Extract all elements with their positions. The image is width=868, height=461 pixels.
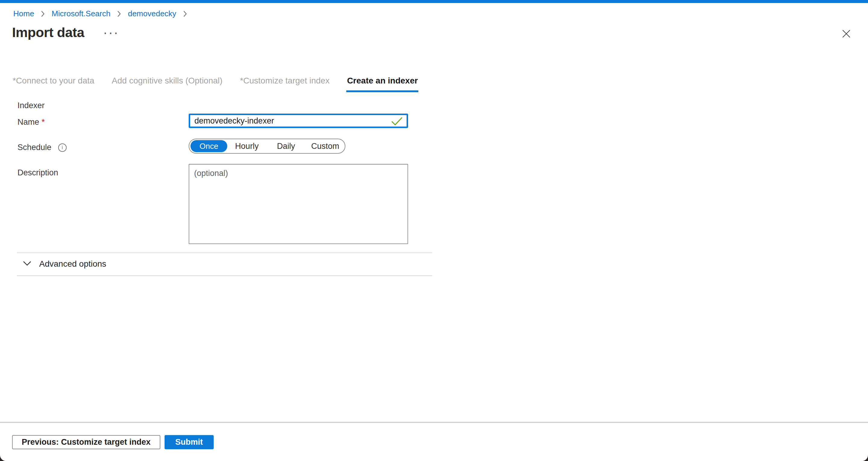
window-corner [862, 455, 868, 461]
chevron-right-icon [41, 10, 45, 17]
advanced-options-expander[interactable]: Advanced options [23, 259, 106, 269]
divider [17, 252, 432, 253]
required-asterisk: * [41, 118, 45, 127]
chevron-right-icon [117, 10, 121, 17]
window-corner [0, 455, 6, 461]
footer-buttons: Previous: Customize target index Submit [12, 435, 214, 449]
chevron-down-icon [23, 261, 31, 267]
info-icon[interactable]: i [58, 144, 67, 152]
wizard-tabs: *Connect to your data Add cognitive skil… [12, 76, 418, 92]
tab-connect-to-your-data[interactable]: *Connect to your data [12, 76, 95, 92]
tab-add-cognitive-skills[interactable]: Add cognitive skills (Optional) [111, 76, 223, 92]
breadcrumb-link-microsoft-search[interactable]: Microsoft.Search [52, 9, 110, 19]
description-textarea[interactable] [189, 164, 408, 244]
schedule-option-custom[interactable]: Custom [306, 142, 345, 151]
schedule-option-hourly[interactable]: Hourly [227, 142, 267, 151]
schedule-field-label: Schedule i [18, 143, 67, 152]
chevron-right-icon [183, 10, 187, 17]
validation-check-icon [391, 116, 403, 127]
close-icon[interactable] [841, 29, 851, 38]
name-field-label: Name* [18, 118, 45, 127]
more-options-icon[interactable]: ··· [103, 26, 119, 39]
breadcrumb-link-home[interactable]: Home [13, 9, 34, 19]
divider [17, 275, 432, 276]
advanced-options-label: Advanced options [39, 259, 106, 269]
breadcrumb-link-demovedecky[interactable]: demovedecky [128, 9, 176, 19]
azure-top-accent-bar [0, 0, 868, 3]
tab-create-an-indexer[interactable]: Create an indexer [346, 76, 418, 92]
breadcrumb: Home Microsoft.Search demovedecky [13, 9, 187, 19]
indexer-name-input[interactable] [189, 114, 408, 128]
import-data-page: Home Microsoft.Search demovedecky Import… [0, 0, 868, 461]
schedule-toggle-group: Once Hourly Daily Custom [189, 139, 345, 154]
tab-customize-target-index[interactable]: *Customize target index [239, 76, 330, 92]
previous-button[interactable]: Previous: Customize target index [12, 435, 160, 449]
description-field-label: Description [18, 168, 58, 178]
schedule-option-daily[interactable]: Daily [267, 142, 306, 151]
indexer-section-label: Indexer [18, 101, 44, 110]
schedule-option-once[interactable]: Once [190, 140, 227, 152]
page-title: Import data [12, 25, 84, 40]
submit-button[interactable]: Submit [164, 435, 214, 449]
footer-divider [0, 422, 868, 423]
